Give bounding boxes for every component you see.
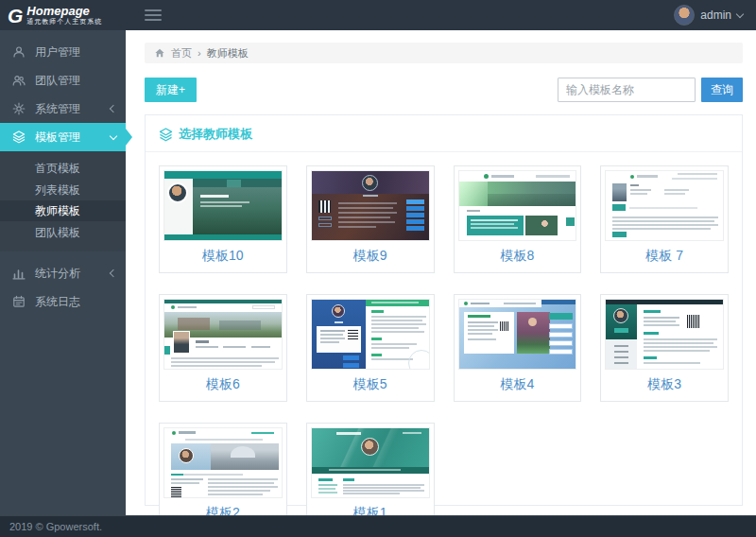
sidebar-subitem-label: 教师模板: [35, 203, 80, 219]
chevron-left-icon: [110, 105, 117, 113]
breadcrumb-current: 教师模板: [207, 46, 249, 61]
qr-code: [318, 200, 331, 213]
user-icon: [12, 45, 26, 60]
panel-body: 模板10: [146, 152, 742, 537]
sidebar-subitem-label: 团队模板: [35, 225, 80, 241]
template-thumbnail: [605, 170, 724, 241]
thumbnail-avatar: [362, 175, 378, 191]
qr-code: [348, 329, 358, 339]
template-thumbnail: [311, 170, 430, 241]
breadcrumb: 首页 › 教师模板: [145, 43, 743, 63]
template-card[interactable]: 模板8: [454, 165, 582, 273]
sidebar-item-statistics[interactable]: 统计分析: [0, 259, 126, 287]
sidebar-subitem-label: 列表模板: [35, 182, 80, 199]
template-name: 模板 7: [605, 241, 724, 272]
sidebar-subitem-teacher-template[interactable]: 教师模板: [0, 200, 126, 221]
sidebar-item-label: 系统管理: [35, 101, 80, 117]
footer-copyright: 2019 © Gpowersoft.: [9, 521, 102, 532]
template-thumbnail: [458, 299, 577, 370]
footer: 2019 © Gpowersoft.: [0, 515, 756, 537]
thumbnail-avatar: [332, 304, 345, 318]
sidebar-item-label: 用户管理: [35, 44, 80, 61]
calendar-log-icon: [12, 295, 26, 309]
sidebar-item-system-mgmt[interactable]: 系统管理: [0, 95, 126, 123]
qr-code: [500, 321, 509, 331]
template-name: 模板6: [163, 370, 283, 401]
user-avatar: [674, 5, 695, 26]
breadcrumb-separator: ›: [198, 47, 201, 59]
template-name: 模板3: [605, 370, 724, 401]
chevron-down-icon: [110, 132, 117, 140]
main-content: 首页 › 教师模板 新建+ 查询 选择教师模板: [126, 30, 756, 515]
qr-code: [171, 487, 181, 497]
user-name: admin: [700, 9, 731, 22]
template-thumbnail: [458, 170, 577, 241]
template-card[interactable]: 模板3: [600, 294, 729, 402]
app-window: G Homepage 通元教师个人主页系统 admin 用户管理: [0, 0, 756, 537]
template-thumbnail: [605, 299, 724, 370]
template-search-input[interactable]: [558, 78, 696, 102]
layers-icon: [159, 128, 173, 142]
template-name: 模板5: [311, 370, 430, 401]
panel-title: 选择教师模板: [179, 126, 252, 143]
query-button[interactable]: 查询: [701, 78, 743, 102]
template-card[interactable]: 模板9: [306, 165, 435, 273]
sidebar-item-label: 模板管理: [35, 130, 80, 146]
sidebar-item-template-mgmt[interactable]: 模板管理: [0, 123, 126, 151]
gear-icon: [12, 102, 26, 116]
sidebar-item-system-log[interactable]: 系统日志: [0, 287, 126, 316]
template-card[interactable]: 模板4: [454, 294, 582, 402]
home-icon: [154, 47, 165, 59]
sidebar-item-label: 统计分析: [35, 266, 80, 282]
thumbnail-avatar: [167, 182, 188, 203]
top-header: G Homepage 通元教师个人主页系统 admin: [0, 0, 756, 30]
template-grid: 模板10: [159, 165, 729, 530]
template-card[interactable]: 模板2: [159, 423, 287, 530]
template-card[interactable]: 模板5: [306, 294, 435, 402]
template-name: 模板9: [311, 241, 430, 272]
chevron-down-icon: [736, 9, 744, 17]
template-name: 模板8: [458, 241, 577, 272]
new-template-button[interactable]: 新建+: [145, 78, 197, 102]
breadcrumb-home[interactable]: 首页: [171, 46, 192, 61]
template-thumbnail: [163, 299, 283, 370]
panel-header: 选择教师模板: [146, 115, 742, 152]
team-icon: [12, 74, 26, 88]
template-name: 模板4: [458, 370, 577, 401]
chevron-left-icon: [110, 269, 117, 277]
template-card[interactable]: 模板 7: [600, 165, 729, 273]
template-name: 模板10: [163, 241, 283, 272]
search-group: 查询: [558, 78, 743, 102]
template-thumbnail: [311, 299, 430, 370]
sidebar-item-label: 团队管理: [35, 73, 80, 89]
thumbnail-avatar: [179, 448, 194, 463]
menu-spacer: [0, 251, 126, 259]
bar-chart-icon: [12, 267, 26, 281]
sidebar-subitem-list-template[interactable]: 列表模板: [0, 180, 126, 200]
template-card[interactable]: 模板10: [159, 165, 287, 273]
sidebar-item-user-mgmt[interactable]: 用户管理: [0, 38, 126, 66]
template-thumbnail: [163, 427, 283, 498]
logo-text: Homepage 通元教师个人主页系统: [26, 5, 102, 26]
thumbnail-avatar: [173, 331, 190, 354]
template-thumbnail: [311, 427, 430, 498]
sidebar-subitem-label: 首页模板: [35, 161, 80, 177]
sidebar: 用户管理 团队管理 系统管理 模板管理: [0, 30, 126, 515]
sidebar-subitem-home-template[interactable]: 首页模板: [0, 151, 126, 180]
sidebar-subitem-team-template[interactable]: 团队模板: [0, 221, 126, 251]
sidebar-toggle-icon[interactable]: [145, 9, 162, 21]
template-panel: 选择教师模板: [145, 114, 743, 506]
toolbar: 新建+ 查询: [145, 78, 743, 102]
template-card[interactable]: 模板6: [159, 294, 287, 402]
template-card[interactable]: 模板1: [306, 423, 435, 530]
logo-title: Homepage: [26, 5, 102, 17]
app-logo: G Homepage 通元教师个人主页系统: [0, 0, 126, 30]
thumbnail-avatar: [361, 438, 379, 456]
sidebar-item-label: 系统日志: [35, 294, 80, 310]
layers-icon: [12, 130, 26, 145]
logo-mark: G: [8, 6, 23, 26]
user-menu[interactable]: admin: [674, 5, 756, 26]
qr-code: [687, 315, 700, 328]
template-thumbnail: [163, 170, 283, 241]
sidebar-item-team-mgmt[interactable]: 团队管理: [0, 66, 126, 95]
